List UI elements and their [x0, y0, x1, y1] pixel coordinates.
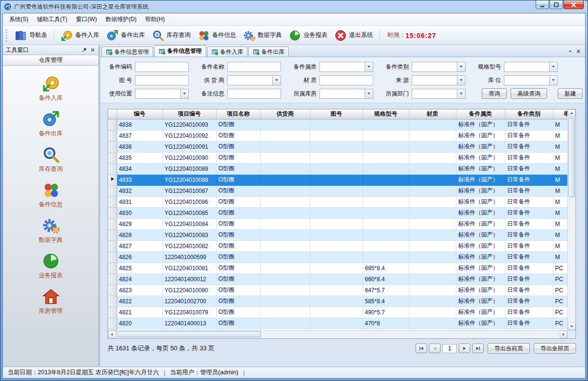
- column-header-0[interactable]: 编号: [117, 109, 162, 119]
- toolbar-button-0[interactable]: 导航条: [11, 27, 51, 44]
- table-cell[interactable]: [260, 119, 310, 130]
- table-cell[interactable]: 685*8.4: [363, 262, 409, 274]
- table-cell[interactable]: YG12204010081: [162, 262, 216, 274]
- select-field[interactable]: [504, 75, 558, 85]
- table-cell[interactable]: 4837: [117, 130, 162, 141]
- toolbar-button-6[interactable]: 业务报表: [285, 27, 331, 44]
- menu-item-3[interactable]: 数据维护(D): [101, 13, 141, 25]
- table-cell[interactable]: [260, 296, 310, 307]
- table-cell[interactable]: [310, 307, 363, 318]
- table-cell[interactable]: O型圈: [216, 207, 260, 218]
- row-indicator[interactable]: [108, 130, 117, 141]
- table-cell[interactable]: 标准件（国产）: [456, 141, 505, 152]
- column-header-6[interactable]: 材质: [409, 109, 456, 119]
- row-indicator[interactable]: [108, 185, 117, 196]
- table-cell[interactable]: 标准件（国产）: [456, 174, 505, 185]
- toolbar-button-4[interactable]: 备件信息: [194, 27, 240, 44]
- table-row[interactable]: 48201220401400013O型圈470*8标准件（国产）日常备件PC: [108, 318, 567, 329]
- table-cell[interactable]: [409, 218, 456, 229]
- select-field[interactable]: [412, 62, 466, 72]
- select-field[interactable]: [227, 75, 281, 85]
- table-cell[interactable]: [409, 152, 456, 163]
- table-cell[interactable]: [409, 196, 456, 207]
- toolbar-button-3[interactable]: 库存查询: [148, 27, 194, 44]
- table-cell[interactable]: 1220401002700: [162, 296, 216, 307]
- menu-item-1[interactable]: 辅助工具(T): [33, 13, 72, 25]
- input-field[interactable]: [227, 62, 281, 72]
- sidebar-item-6[interactable]: 库房管理: [3, 284, 98, 319]
- table-cell[interactable]: YG12204010091: [162, 141, 216, 152]
- table-cell[interactable]: 4826: [117, 251, 162, 262]
- table-cell[interactable]: [409, 274, 456, 285]
- table-cell[interactable]: [363, 185, 409, 196]
- table-cell[interactable]: [409, 240, 456, 251]
- row-indicator[interactable]: [108, 152, 117, 163]
- tab-0[interactable]: 备件信息管理: [101, 47, 153, 57]
- table-row[interactable]: 4835YG12204010090O型圈标准件（国产）日常备件M: [108, 152, 567, 163]
- table-cell[interactable]: O型圈: [216, 119, 260, 130]
- prev-page-button[interactable]: [429, 344, 441, 353]
- table-row[interactable]: 4836YG12204010091O型圈标准件（国产）日常备件M: [108, 141, 567, 152]
- table-cell[interactable]: 日常备件: [505, 296, 553, 307]
- table-cell[interactable]: 4832: [117, 185, 162, 196]
- export-all-pages-button[interactable]: 导出全部页: [534, 343, 576, 354]
- table-cell[interactable]: 647*5.7: [363, 285, 409, 296]
- table-cell[interactable]: YG12204010090: [162, 152, 216, 163]
- table-row[interactable]: 4830YG12204010085O型圈标准件（国产）日常备件M: [108, 207, 567, 218]
- table-cell[interactable]: [363, 119, 409, 130]
- scroll-right-button[interactable]: [560, 331, 567, 338]
- tab-3[interactable]: 备件出库: [248, 47, 289, 57]
- column-header-9[interactable]: 单位: [553, 109, 567, 119]
- toolbar-grip[interactable]: [6, 29, 8, 42]
- dropdown-arrow-icon[interactable]: [457, 76, 465, 85]
- table-cell[interactable]: [260, 163, 310, 174]
- table-cell[interactable]: [363, 174, 409, 185]
- table-cell[interactable]: 4835: [117, 152, 162, 163]
- table-cell[interactable]: PC: [553, 285, 567, 296]
- table-cell[interactable]: 标准件（国产）: [456, 262, 505, 274]
- table-cell[interactable]: 日常备件: [505, 152, 553, 163]
- table-cell[interactable]: O型圈: [216, 240, 260, 251]
- table-cell[interactable]: 标准件（国产）: [456, 240, 505, 251]
- table-cell[interactable]: PC: [553, 307, 567, 318]
- table-cell[interactable]: [409, 185, 456, 196]
- title-bar[interactable]: 广州爱奇迪软件科技有限公司-深田之星仓库管理系统: [2, 0, 586, 13]
- table-cell[interactable]: O型圈: [216, 296, 260, 307]
- table-cell[interactable]: [363, 130, 409, 141]
- select-field[interactable]: [319, 62, 373, 72]
- sidebar-item-1[interactable]: 备件出库: [3, 106, 98, 142]
- table-cell[interactable]: 标准件（国产）: [456, 307, 505, 318]
- scroll-left-button[interactable]: [108, 331, 116, 338]
- column-header-3[interactable]: 供货商: [260, 109, 310, 119]
- table-cell[interactable]: [310, 130, 363, 141]
- table-cell[interactable]: O型圈: [216, 262, 260, 274]
- table-cell[interactable]: 日常备件: [505, 207, 553, 218]
- input-field[interactable]: [135, 75, 189, 85]
- table-cell[interactable]: [363, 207, 409, 218]
- table-cell[interactable]: [409, 318, 456, 329]
- select-field[interactable]: [504, 62, 558, 72]
- table-cell[interactable]: O型圈: [216, 196, 260, 207]
- table-cell[interactable]: M: [553, 130, 567, 141]
- table-cell[interactable]: YG12204010084: [162, 218, 216, 229]
- toolbar-button-1[interactable]: 备件入库: [57, 27, 103, 44]
- dropdown-arrow-icon[interactable]: [365, 89, 373, 98]
- last-page-button[interactable]: [472, 344, 484, 353]
- table-cell[interactable]: O型圈: [216, 174, 260, 185]
- menu-item-4[interactable]: 帮助(H): [141, 13, 169, 25]
- table-cell[interactable]: PC: [553, 318, 567, 329]
- table-cell[interactable]: 585*8.4: [363, 296, 409, 307]
- table-cell[interactable]: [310, 141, 363, 152]
- table-cell[interactable]: 4820: [117, 318, 162, 329]
- next-page-button[interactable]: [459, 344, 470, 353]
- table-row[interactable]: 48261220401000599O型圈标准件（国产）日常备件M: [108, 251, 567, 262]
- table-cell[interactable]: 标准件（国产）: [456, 163, 505, 174]
- table-cell[interactable]: YG12204010082: [162, 240, 216, 251]
- table-cell[interactable]: 4829: [117, 218, 162, 229]
- table-cell[interactable]: 日常备件: [505, 307, 553, 318]
- table-cell[interactable]: PC: [553, 274, 567, 285]
- table-row[interactable]: 4829YG12204010084O型圈标准件（国产）日常备件M: [108, 218, 567, 229]
- table-cell[interactable]: [310, 163, 363, 174]
- table-cell[interactable]: 标准件（国产）: [456, 318, 505, 329]
- select-field[interactable]: [135, 89, 189, 99]
